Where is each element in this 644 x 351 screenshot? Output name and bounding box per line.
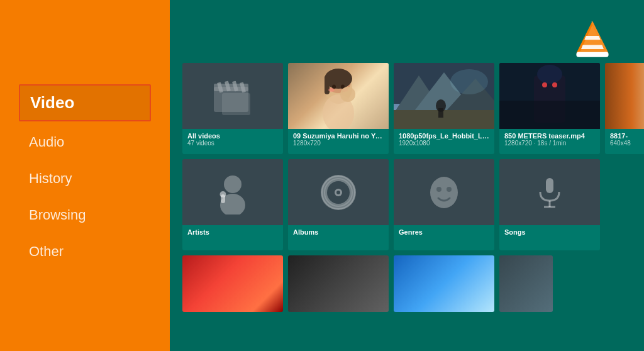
sidebar-item-browsing[interactable]: Browsing [19,199,151,231]
tile-songs-title: Songs [504,228,595,236]
tile-850meters-title: 850 METERS teaser.mp4 [504,132,595,140]
sidebar-item-audio[interactable]: Audio [19,126,151,158]
svg-point-35 [552,82,557,87]
tile-all-videos-subtitle: 47 videos [187,140,278,147]
tile-anime-title: 09 Suzumiya Haruhi no Yuuut.. [293,132,384,140]
svg-point-33 [537,65,562,84]
tile-bottom-1[interactable] [182,255,283,312]
svg-rect-50 [546,178,553,193]
svg-point-48 [436,187,441,192]
content-grid: All videos 47 videos [182,63,644,351]
tile-all-videos-title: All videos [187,132,278,140]
svg-point-49 [447,187,452,192]
svg-rect-27 [394,110,494,129]
svg-point-19 [328,88,335,92]
svg-point-37 [224,176,242,193]
sidebar-item-video[interactable]: Video [19,84,151,121]
svg-rect-16 [325,75,330,94]
tile-bottom-4-partial[interactable] [499,255,553,312]
sidebar: Video Audio History Browsing Other [0,0,170,351]
bottom-row [182,255,644,312]
sidebar-item-history[interactable]: History [19,163,151,194]
tile-genres-title: Genres [399,228,489,236]
vlc-logo [572,19,613,59]
tile-8817[interactable]: 8817- 640x48 [605,63,644,154]
svg-point-22 [340,87,355,102]
svg-point-46 [336,191,340,194]
svg-marker-4 [581,45,604,49]
tile-bottom-3[interactable] [394,255,494,312]
svg-rect-3 [576,52,608,57]
sidebar-item-other[interactable]: Other [19,236,151,267]
tile-genres[interactable]: Genres [394,159,494,250]
tile-bottom-2[interactable] [288,255,389,312]
tile-albums-title: Albums [293,228,384,236]
svg-point-47 [430,177,458,208]
svg-rect-29 [438,108,443,118]
audio-row: Artists [182,159,644,250]
tile-songs[interactable]: Songs [499,159,600,250]
svg-point-30 [450,69,488,94]
tile-anime-subtitle: 1280x720 [293,140,384,147]
tile-albums[interactable]: Albums [288,159,389,250]
tile-850meters-subtitle: 1280x720 · 18s / 1min [504,140,595,147]
tile-artists[interactable]: Artists [182,159,283,250]
svg-rect-12 [222,93,250,115]
tile-8817-subtitle: 640x48 [610,140,644,147]
video-row: All videos 47 videos [182,63,644,154]
tile-hobbit-subtitle: 1920x1080 [399,140,489,147]
tile-artists-title: Artists [187,228,278,236]
svg-point-40 [220,191,226,198]
tile-all-videos[interactable]: All videos 47 videos [182,63,283,154]
svg-rect-36 [499,101,600,129]
tile-hobbit[interactable]: 1080p50fps_Le_Hobbit_La_d... 1920x1080 [394,63,494,154]
tile-hobbit-title: 1080p50fps_Le_Hobbit_La_d... [399,132,489,140]
tile-8817-title: 8817- [610,132,644,140]
svg-marker-5 [584,36,601,40]
tile-anime[interactable]: 09 Suzumiya Haruhi no Yuuut.. 1280x720 [288,63,389,154]
svg-point-34 [542,82,547,87]
tile-850meters[interactable]: 850 METERS teaser.mp4 1280x720 · 18s / 1… [499,63,600,154]
main-content: All videos 47 videos [170,0,644,351]
